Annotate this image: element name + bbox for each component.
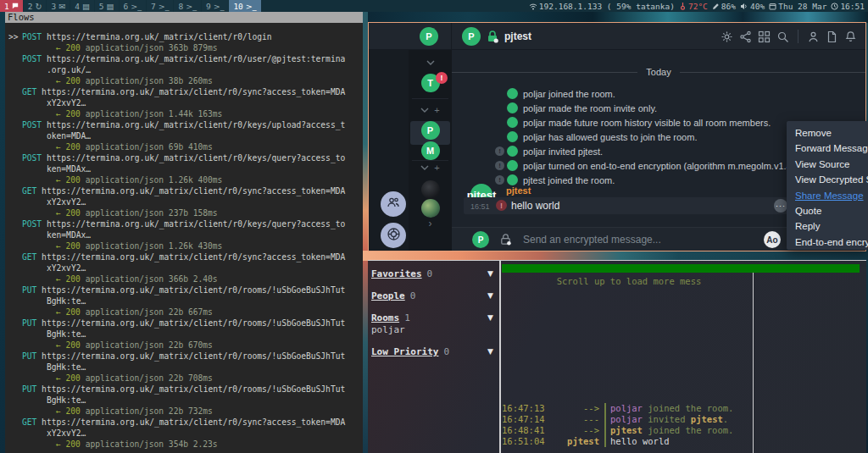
flow-row[interactable]: PUT https://termina.org.uk/_matrix/clien… bbox=[5, 285, 363, 296]
mitmproxy-window[interactable]: Flows >>POST https://termina.org.uk/_mat… bbox=[5, 12, 363, 453]
workspace-1[interactable]: 1 bbox=[0, 0, 23, 12]
workspace-8[interactable]: 8>_ bbox=[174, 0, 200, 12]
event-text: poljar joined the room. bbox=[523, 89, 615, 99]
collapse-triangle-icon[interactable]: ▼ bbox=[487, 313, 493, 322]
workspace-9[interactable]: 9>_ bbox=[202, 0, 228, 12]
help-button[interactable] bbox=[381, 223, 406, 248]
members-button[interactable] bbox=[381, 191, 406, 217]
system-status: 192.168.1.133 ( 59% tatanka)72°C86%40%Th… bbox=[529, 2, 868, 11]
workspace-3[interactable]: 3✉ bbox=[47, 0, 70, 12]
search-icon[interactable] bbox=[776, 30, 789, 43]
rail-room-m[interactable]: M bbox=[409, 141, 452, 160]
message-text: hello world bbox=[511, 200, 559, 212]
buffer-section-favorites[interactable]: Favorites0 bbox=[371, 268, 432, 279]
flow-row[interactable]: PUT https://termina.org.uk/_matrix/clien… bbox=[5, 384, 363, 395]
menu-item-quote[interactable]: Quote bbox=[787, 203, 868, 218]
message-sender[interactable]: pjtest bbox=[506, 185, 531, 196]
rail-room-image-1[interactable] bbox=[409, 180, 452, 199]
section-toggle[interactable]: + bbox=[409, 105, 452, 115]
menu-item-end-to-end-encry[interactable]: End-to-end encry bbox=[787, 235, 868, 250]
rail-divider bbox=[412, 98, 448, 99]
flow-row[interactable]: PUT https://termina.org.uk/_matrix/clien… bbox=[5, 318, 363, 329]
flow-response: ← 200 application/json 69b 410ms bbox=[5, 141, 363, 152]
date-divider: Today bbox=[452, 67, 865, 77]
buffer-section-people[interactable]: People0 bbox=[371, 290, 415, 301]
flow-url-continuation: xY2xvY2… bbox=[5, 97, 363, 108]
flow-row[interactable]: GET https://termina.org.uk/_matrix/clien… bbox=[5, 86, 363, 97]
workspace-7[interactable]: 7>_ bbox=[147, 0, 173, 12]
log-prefix: pjtest bbox=[547, 436, 599, 447]
buffer-room-poljar[interactable]: poljar bbox=[371, 324, 405, 335]
share-icon[interactable] bbox=[739, 30, 752, 43]
header-icon-divider bbox=[798, 30, 798, 43]
event-avatar bbox=[507, 174, 518, 185]
menu-item-view-source[interactable]: View Source bbox=[787, 157, 868, 172]
rail-room-image-2[interactable] bbox=[409, 199, 452, 218]
rail-room-p-selected[interactable]: P bbox=[409, 121, 452, 140]
flow-response: ← 200 application/json 22b 732ms bbox=[5, 406, 363, 417]
status-speaker: 40% bbox=[740, 2, 765, 11]
log-message: hello world bbox=[610, 436, 670, 447]
add-room-icon[interactable]: + bbox=[434, 163, 439, 173]
message-row[interactable]: 16:51 ! hello world ··· bbox=[464, 197, 794, 214]
message-options-button[interactable]: ··· bbox=[774, 199, 787, 213]
flow-response: ← 200 application/json 22b 708ms bbox=[5, 373, 363, 384]
mention-badge: ! bbox=[436, 72, 448, 84]
grid-icon[interactable] bbox=[758, 30, 771, 43]
weechat-window[interactable]: Favorites0▼People0▼Rooms1▼poljarLow Prio… bbox=[368, 260, 866, 453]
section-toggle[interactable]: + bbox=[409, 163, 452, 173]
buffer-section-rooms[interactable]: Rooms1 bbox=[371, 312, 410, 323]
menu-item-reply[interactable]: Reply bbox=[787, 218, 868, 234]
collapse-triangle-icon[interactable]: ▼ bbox=[487, 269, 493, 278]
header-actions bbox=[721, 30, 857, 43]
menu-item-forward-message[interactable]: Forward Message bbox=[787, 141, 868, 156]
book-icon: ▤ bbox=[107, 2, 114, 11]
file-icon[interactable] bbox=[826, 30, 838, 43]
book-icon: ▤ bbox=[82, 2, 90, 11]
gear-icon[interactable] bbox=[721, 30, 733, 43]
rail-account-t[interactable]: T ! bbox=[409, 74, 452, 92]
flow-row[interactable]: PUT https://termina.org.uk/_matrix/clien… bbox=[5, 351, 363, 362]
collapse-chevron-icon[interactable] bbox=[409, 60, 452, 66]
bell-icon[interactable] bbox=[844, 30, 857, 43]
menu-item-share-message[interactable]: Share Message bbox=[787, 188, 868, 203]
expand-chevron-icon[interactable]: › bbox=[409, 218, 452, 229]
add-room-icon[interactable]: + bbox=[434, 105, 439, 115]
person-icon[interactable] bbox=[807, 30, 820, 43]
title-bar bbox=[502, 264, 860, 273]
flow-url-continuation: BgHk:te… bbox=[5, 296, 363, 307]
flow-url-continuation: oken=MDA… bbox=[5, 130, 363, 141]
header-divider bbox=[451, 23, 452, 50]
room-avatar[interactable]: P bbox=[462, 27, 481, 46]
workspace-6[interactable]: 6>_ bbox=[120, 0, 146, 12]
flow-row[interactable]: POST https://termina.org.uk/_matrix/clie… bbox=[5, 152, 363, 163]
calendar-icon bbox=[769, 3, 776, 10]
workspace-5[interactable]: 5▤ bbox=[95, 0, 119, 12]
terminal-icon: >_ bbox=[214, 2, 225, 11]
workspace-10[interactable]: 10>_ bbox=[229, 0, 260, 12]
flow-row[interactable]: >>POST https://termina.org.uk/_matrix/cl… bbox=[5, 31, 363, 42]
message-input[interactable]: Send an encrypted message... bbox=[523, 234, 661, 246]
flow-row[interactable]: POST https://termina.org.uk/_matrix/clie… bbox=[5, 119, 363, 130]
flow-row[interactable]: POST https://termina.org.uk/_matrix/clie… bbox=[5, 218, 363, 229]
account-avatar[interactable]: P bbox=[420, 27, 438, 46]
flow-row[interactable]: GET https://termina.org.uk/_matrix/clien… bbox=[5, 185, 363, 196]
menu-item-remove[interactable]: Remove bbox=[787, 125, 868, 141]
collapse-triangle-icon[interactable]: ▼ bbox=[487, 291, 493, 300]
wheel-icon bbox=[387, 227, 401, 245]
flow-row[interactable]: GET https://termina.org.uk/_matrix/clien… bbox=[5, 251, 363, 262]
room-image-avatar bbox=[421, 180, 440, 199]
workspace-4[interactable]: 4▤ bbox=[70, 0, 94, 12]
pen-icon bbox=[712, 3, 720, 10]
menu-item-view-decrypted-s[interactable]: View Decrypted S bbox=[787, 172, 868, 187]
flow-row[interactable]: GET https://termina.org.uk/_matrix/clien… bbox=[5, 417, 363, 428]
flow-row[interactable]: POST https://termina.org.uk/_matrix/clie… bbox=[5, 53, 363, 64]
event-avatar bbox=[507, 88, 518, 99]
flow-response: ← 200 application/json 22b 667ms bbox=[5, 307, 363, 318]
flow-url-continuation: xY2xvY2… bbox=[5, 428, 363, 439]
collapse-triangle-icon[interactable]: ▼ bbox=[487, 347, 493, 356]
format-button[interactable]: Ao bbox=[764, 231, 781, 248]
workspace-2[interactable]: 2↻ bbox=[24, 0, 47, 12]
event-avatar bbox=[507, 131, 518, 142]
buffer-section-low-priority[interactable]: Low Priority0 bbox=[371, 346, 449, 357]
